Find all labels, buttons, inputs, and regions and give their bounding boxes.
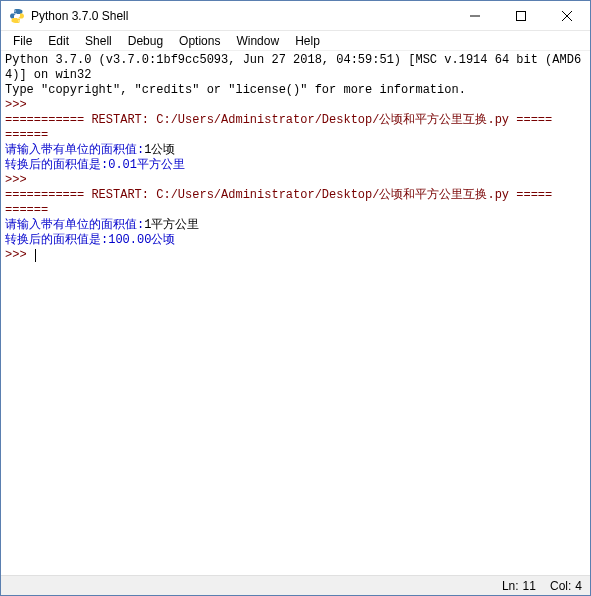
status-bar: Ln: 11 Col: 4 [1,575,590,595]
menu-window[interactable]: Window [228,32,287,50]
window-controls [452,1,590,30]
run1-input-value: 1公顷 [144,143,175,157]
svg-rect-3 [517,11,526,20]
ln-label: Ln: [502,579,519,593]
prompt: >>> [5,248,27,262]
run1-input-prompt: 请输入带有单位的面积值: [5,143,144,157]
maximize-button[interactable] [498,1,544,30]
title-bar: Python 3.7.0 Shell [1,1,590,31]
col-label: Col: [550,579,571,593]
run2-input-prompt: 请输入带有单位的面积值: [5,218,144,232]
menu-edit[interactable]: Edit [40,32,77,50]
window-title: Python 3.7.0 Shell [31,9,452,23]
svg-point-0 [14,10,15,11]
banner-line-1: Python 3.7.0 (v3.7.0:1bf9cc5093, Jun 27 … [5,53,581,82]
svg-point-1 [18,20,19,21]
menu-help[interactable]: Help [287,32,328,50]
run2-output: 转换后的面积值是:100.00公顷 [5,233,175,247]
run2-input-value: 1平方公里 [144,218,199,232]
shell-output[interactable]: Python 3.7.0 (v3.7.0:1bf9cc5093, Jun 27 … [1,51,590,575]
menu-shell[interactable]: Shell [77,32,120,50]
menu-file[interactable]: File [5,32,40,50]
menu-debug[interactable]: Debug [120,32,171,50]
menu-bar: File Edit Shell Debug Options Window Hel… [1,31,590,51]
menu-options[interactable]: Options [171,32,228,50]
python-icon [9,8,25,24]
col-value: 4 [575,579,582,593]
restart-line-2: =========== RESTART: C:/Users/Administra… [5,188,552,217]
prompt: >>> [5,173,27,187]
prompt: >>> [5,98,27,112]
text-cursor [35,249,36,262]
restart-line: =========== RESTART: C:/Users/Administra… [5,113,552,142]
minimize-button[interactable] [452,1,498,30]
run1-output: 转换后的面积值是:0.01平方公里 [5,158,185,172]
ln-value: 11 [523,579,536,593]
close-button[interactable] [544,1,590,30]
banner-line-2: Type "copyright", "credits" or "license(… [5,83,466,97]
